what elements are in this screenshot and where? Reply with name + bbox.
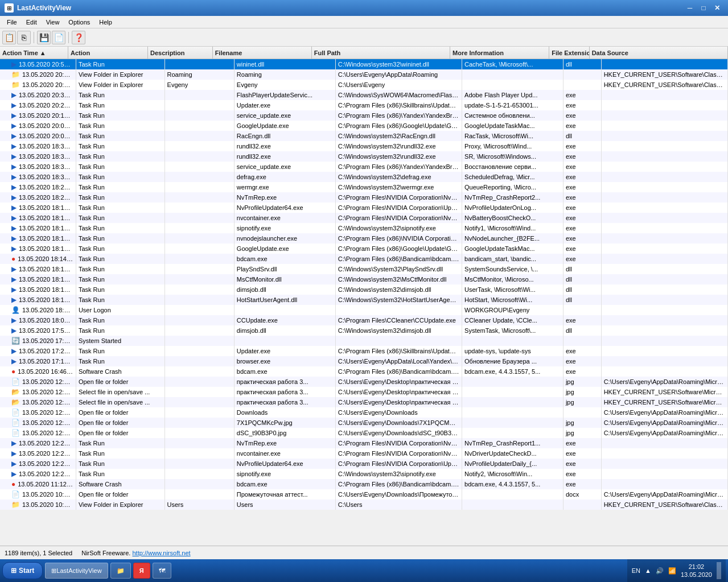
- table-row[interactable]: ▶13.05.2020 17:57:...Task Rundimsjob.dll…: [0, 325, 728, 336]
- col-header-fullpath[interactable]: Full Path: [312, 47, 450, 59]
- table-row[interactable]: 📂13.05.2020 12:34:...Select file in open…: [0, 387, 728, 397]
- main-window: ⊞ LastActivityView ─ □ ✕ File Edit View …: [0, 0, 728, 582]
- nirsoft-link[interactable]: http://www.nirsoft.net: [133, 550, 191, 556]
- table-row[interactable]: ▶13.05.2020 18:39:...Task Runrundll32.ex…: [0, 151, 728, 162]
- menu-view[interactable]: View: [42, 18, 64, 27]
- clock-date: 13.05.2020: [681, 571, 712, 579]
- data-table: ▶13.05.2020 20:58:...Task Runwininet.dll…: [0, 59, 728, 510]
- table-row[interactable]: ▶13.05.2020 18:39:...Task Runrundll32.ex…: [0, 141, 728, 151]
- table-row[interactable]: ●13.05.2020 16:46:...Software Crashbdcam…: [0, 366, 728, 377]
- taskbar-left: ⊞ Start ⊞ LastActivityView 📁 Я 🗺: [2, 562, 171, 579]
- col-header-desc[interactable]: Description: [148, 47, 213, 59]
- table-row[interactable]: 📂13.05.2020 12:34:...Select file in open…: [0, 397, 728, 407]
- table-row[interactable]: ●13.05.2020 18:14:...Task Runbdcam.exeC:…: [0, 254, 728, 264]
- taskbar-app-button[interactable]: ⊞ LastActivityView: [45, 563, 108, 579]
- table-row[interactable]: ▶13.05.2020 18:14:...Task Rundimsjob.dll…: [0, 284, 728, 295]
- table-header: Action Time ▲ Action Description Filenam…: [0, 47, 728, 59]
- table-row[interactable]: 📄13.05.2020 12:29:...Open file or folder…: [0, 418, 728, 428]
- network-icon: 🔊: [656, 567, 664, 575]
- table-row[interactable]: 📄13.05.2020 12:29:...Open file or folder…: [0, 428, 728, 438]
- windows-orb-icon: ⊞: [11, 567, 17, 575]
- title-bar: ⊞ LastActivityView ─ □ ✕: [0, 0, 728, 16]
- toolbar-separator-2: [68, 32, 69, 43]
- tray-expand-icon[interactable]: ▲: [645, 567, 651, 574]
- table-row[interactable]: ▶13.05.2020 18:14:...Task RunPlaySndSrv.…: [0, 264, 728, 274]
- table-row[interactable]: ▶13.05.2020 18:02:...Task RunCCUpdate.ex…: [0, 315, 728, 325]
- status-count: 1189 item(s), 1 Selected: [5, 550, 72, 556]
- table-row[interactable]: 📁13.05.2020 20:57:...View Folder in Expl…: [0, 69, 728, 80]
- taskbar-maps-button[interactable]: 🗺: [153, 563, 171, 579]
- toolbar: 📋 ⎘ 💾 📄 ❓: [0, 28, 728, 47]
- col-header-ext[interactable]: File Extension: [549, 47, 589, 59]
- maximize-button[interactable]: □: [697, 2, 710, 14]
- menu-help[interactable]: Help: [94, 18, 117, 27]
- tray-lang: EN: [632, 567, 640, 574]
- table-row[interactable]: 👤13.05.2020 18:14:...User LogonWORKGROUP…: [0, 305, 728, 315]
- table-row[interactable]: ▶13.05.2020 18:15:...Task Runsipnotify.e…: [0, 223, 728, 233]
- col-header-filename[interactable]: Filename: [213, 47, 312, 59]
- table-row[interactable]: ▶13.05.2020 18:14:...Task RunHotStartUse…: [0, 295, 728, 305]
- table-row[interactable]: ▶13.05.2020 18:16:...Task Runnvcontainer…: [0, 213, 728, 223]
- toolbar-separator: [34, 32, 34, 43]
- table-row[interactable]: ▶13.05.2020 12:22:...Task Runsipnotify.e…: [0, 469, 728, 479]
- menu-bar: File Edit View Options Help: [0, 16, 728, 28]
- table-row[interactable]: ▶13.05.2020 12:22:...Task RunNvProfileUp…: [0, 459, 728, 469]
- table-row[interactable]: 🔄13.05.2020 17:54:...System Started: [0, 336, 728, 346]
- menu-edit[interactable]: Edit: [22, 18, 42, 27]
- system-clock[interactable]: 21:02 13.05.2020: [681, 563, 712, 579]
- content-area: Action Time ▲ Action Description Filenam…: [0, 47, 728, 546]
- table-row[interactable]: ▶13.05.2020 17:20:...Task RunUpdater.exe…: [0, 346, 728, 356]
- taskbar-yandex-button[interactable]: Я: [133, 563, 150, 579]
- minimize-button[interactable]: ─: [684, 2, 696, 14]
- table-container[interactable]: ▶13.05.2020 20:58:...Task Runwininet.dll…: [0, 59, 728, 546]
- close-button[interactable]: ✕: [711, 2, 723, 14]
- table-row[interactable]: 📄13.05.2020 12:29:...Open file or folder…: [0, 407, 728, 418]
- table-row[interactable]: 📁13.05.2020 20:57:...View Folder in Expl…: [0, 80, 728, 90]
- menu-options[interactable]: Options: [64, 18, 94, 27]
- table-row[interactable]: ▶13.05.2020 20:58:...Task Runwininet.dll…: [0, 59, 728, 69]
- table-row[interactable]: ▶13.05.2020 17:18:...Task Runbrowser.exe…: [0, 356, 728, 366]
- properties-button[interactable]: 📋: [2, 31, 16, 44]
- html-report-button[interactable]: 📄: [52, 31, 65, 44]
- taskbar-tray: EN ▲ 🔊 📶 21:02 13.05.2020: [627, 559, 726, 582]
- table-row[interactable]: ▶13.05.2020 18:14:...Task RunMsCtfMonito…: [0, 274, 728, 284]
- col-header-time[interactable]: Action Time ▲: [0, 47, 68, 59]
- table-row[interactable]: ▶13.05.2020 18:32:...Task Rundefrag.exeC…: [0, 172, 728, 182]
- col-header-datasource[interactable]: Data Source: [590, 47, 728, 59]
- table-row[interactable]: ▶13.05.2020 18:25:...Task RunNvTmRep.exe…: [0, 192, 728, 203]
- clock-time: 21:02: [681, 563, 712, 571]
- table-row[interactable]: ●13.05.2020 11:12:...Software Crashbdcam…: [0, 479, 728, 489]
- table-row[interactable]: ▶13.05.2020 18:15:...Task Runnvnodejslau…: [0, 233, 728, 243]
- start-button[interactable]: ⊞ Start: [2, 562, 43, 579]
- taskbar-explorer-button[interactable]: 📁: [110, 563, 131, 579]
- table-row[interactable]: ▶13.05.2020 12:25:...Task Runnvcontainer…: [0, 448, 728, 459]
- table-row[interactable]: ▶13.05.2020 20:32:...Task RunFlashPlayer…: [0, 90, 728, 100]
- table-row[interactable]: ▶13.05.2020 18:16:...Task RunNvProfileUp…: [0, 203, 728, 213]
- table-row[interactable]: ▶13.05.2020 20:22:...Task RunUpdater.exe…: [0, 100, 728, 110]
- table-row[interactable]: 📄13.05.2020 10:13:...Open file or folder…: [0, 489, 728, 500]
- table-row[interactable]: ▶13.05.2020 18:27:...Task Runwermgr.exeC…: [0, 182, 728, 192]
- table-row[interactable]: ▶13.05.2020 18:15:...Task RunGoogleUpdat…: [0, 243, 728, 254]
- about-button[interactable]: ❓: [72, 31, 85, 44]
- menu-file[interactable]: File: [2, 18, 22, 27]
- app-icon: ⊞: [5, 3, 14, 13]
- show-desktop-button[interactable]: [717, 562, 721, 579]
- table-row[interactable]: ▶13.05.2020 20:01:...Task RunRacEngn.dll…: [0, 131, 728, 141]
- taskbar: ⊞ Start ⊞ LastActivityView 📁 Я 🗺 EN ▲ 🔊 …: [0, 559, 728, 582]
- copy-button[interactable]: ⎘: [17, 31, 31, 44]
- title-bar-left: ⊞ LastActivityView: [5, 3, 71, 13]
- title-controls: ─ □ ✕: [684, 2, 723, 14]
- table-row[interactable]: ▶13.05.2020 20:18:...Task Runservice_upd…: [0, 110, 728, 121]
- table-row[interactable]: 📁13.05.2020 10:12:...View Folder in Expl…: [0, 500, 728, 510]
- table-row[interactable]: ▶13.05.2020 18:35:...Task Runservice_upd…: [0, 162, 728, 172]
- save-button[interactable]: 💾: [37, 31, 51, 44]
- col-header-action[interactable]: Action: [68, 47, 148, 59]
- status-credit: NirSoft Freeware. http://www.nirsoft.net: [81, 550, 190, 556]
- table-row[interactable]: ▶13.05.2020 20:07:...Task RunGoogleUpdat…: [0, 121, 728, 131]
- volume-icon: 📶: [668, 567, 676, 575]
- status-bar: 1189 item(s), 1 Selected NirSoft Freewar…: [0, 546, 728, 559]
- window-title: LastActivityView: [17, 4, 71, 12]
- table-row[interactable]: ▶13.05.2020 12:25:...Task RunNvTmRep.exe…: [0, 438, 728, 448]
- col-header-moreinfo[interactable]: More Information: [450, 47, 549, 59]
- table-row[interactable]: 📄13.05.2020 12:34:...Open file or folder…: [0, 377, 728, 387]
